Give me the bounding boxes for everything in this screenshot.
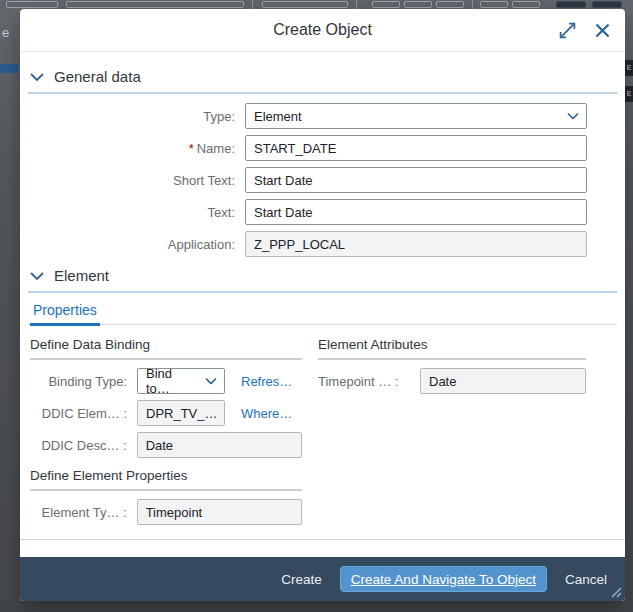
- section-element-header[interactable]: Element: [30, 267, 617, 284]
- group-underline: [30, 358, 302, 360]
- binding-type-select-value: Bind to…: [146, 366, 198, 396]
- background-list-fragment: E: [625, 60, 633, 76]
- group-underline: [30, 489, 302, 491]
- tabstrip-line: [28, 324, 617, 325]
- dialog-header: Create Object: [20, 9, 625, 52]
- form-row-text: Text:: [28, 199, 617, 225]
- section-general-data-title: General data: [54, 68, 141, 85]
- timepoint-type-field: [420, 368, 586, 394]
- create-object-dialog: Create Object Gen: [20, 9, 625, 601]
- background-toolbar-button: [404, 1, 432, 8]
- required-marker: *: [189, 141, 194, 156]
- create-button[interactable]: Create: [277, 566, 326, 592]
- text-input[interactable]: [245, 199, 587, 225]
- element-type-field: [137, 499, 302, 525]
- tab-properties[interactable]: Properties: [30, 302, 100, 326]
- application-label: Application:: [28, 237, 235, 252]
- short-text-label: Short Text:: [28, 173, 235, 188]
- background-right-strip: E E: [625, 9, 633, 601]
- ddic-element-field: [137, 400, 225, 426]
- group-underline: [318, 358, 586, 360]
- background-list-fragment: E: [625, 86, 633, 102]
- element-type-label: Element Ty… :: [30, 505, 127, 520]
- background-toolbar-button: [66, 1, 244, 8]
- background-button-fragment: [0, 64, 18, 73]
- section-underline: [28, 291, 617, 293]
- form-row-name: *Name:: [28, 135, 617, 161]
- where-used-link[interactable]: Where…: [241, 406, 292, 421]
- background-toolbar-separator: [472, 0, 473, 9]
- binding-type-select[interactable]: Bind to…: [137, 368, 225, 394]
- create-and-navigate-button[interactable]: Create And Navigate To Object: [340, 566, 547, 592]
- form-row-ddic-element: DDIC Elem… : Where…: [30, 400, 302, 426]
- expand-dialog-icon[interactable]: [559, 22, 576, 39]
- form-row-type: Type: Element: [28, 103, 617, 129]
- screen: e E E Create Object: [0, 0, 633, 612]
- background-toolbar-separator: [356, 0, 357, 9]
- section-element-title: Element: [54, 267, 109, 284]
- background-toolbar: [0, 0, 633, 9]
- section-general-data-header[interactable]: General data: [30, 68, 617, 85]
- chevron-down-icon: [205, 378, 217, 385]
- form-row-binding-type: Binding Type: Bind to… Refres…: [30, 368, 302, 394]
- resize-grip-icon[interactable]: [611, 587, 622, 598]
- name-input[interactable]: [245, 135, 587, 161]
- group-define-element-properties: Define Element Properties Element Ty… :: [30, 468, 302, 525]
- group-define-element-properties-title: Define Element Properties: [30, 468, 302, 483]
- ddic-element-label: DDIC Elem… :: [30, 406, 127, 421]
- background-toolbar-button: [436, 1, 464, 8]
- type-select-value: Element: [254, 109, 302, 124]
- content-bottom-line: [20, 539, 625, 540]
- background-toolbar-button: [6, 1, 58, 8]
- element-tabstrip: Properties: [28, 301, 617, 325]
- chevron-down-icon: [30, 73, 44, 81]
- text-label: Text:: [28, 205, 235, 220]
- section-underline: [28, 92, 617, 94]
- background-toolbar-button: [592, 1, 622, 8]
- general-data-form: Type: Element *Name:: [28, 103, 617, 257]
- chevron-down-icon: [30, 272, 44, 280]
- form-row-timepoint-type: Timepoint … :: [318, 368, 586, 394]
- dialog-header-actions: [559, 9, 611, 51]
- background-toolbar-button: [262, 1, 348, 8]
- background-toolbar-button: [480, 1, 508, 8]
- form-row-ddic-description: DDIC Desc… :: [30, 432, 302, 458]
- type-select[interactable]: Element: [245, 103, 587, 129]
- dialog-title: Create Object: [273, 21, 372, 39]
- properties-left-column: Define Data Binding Binding Type: Bind t…: [30, 337, 302, 531]
- background-toolbar-button: [556, 1, 586, 8]
- background-bottom-strip: [0, 601, 633, 612]
- dialog-content: General data Type: Element: [20, 52, 625, 557]
- close-dialog-icon[interactable]: [594, 22, 611, 39]
- type-label: Type:: [28, 109, 235, 124]
- group-define-data-binding-title: Define Data Binding: [30, 337, 302, 352]
- short-text-input[interactable]: [245, 167, 587, 193]
- group-element-attributes-title: Element Attributes: [318, 337, 586, 352]
- binding-type-label: Binding Type:: [30, 374, 127, 389]
- name-label: *Name:: [28, 141, 235, 156]
- form-row-application: Application:: [28, 231, 617, 257]
- dialog-footer: Create Create And Navigate To Object Can…: [20, 557, 625, 601]
- background-text-fragment: e: [2, 25, 9, 40]
- properties-right-column: Element Attributes Timepoint … :: [318, 337, 586, 531]
- properties-panel: Define Data Binding Binding Type: Bind t…: [30, 337, 617, 531]
- chevron-down-icon: [567, 113, 579, 120]
- background-toolbar-button: [512, 1, 540, 8]
- background-toolbar-separator: [252, 0, 253, 9]
- form-row-element-type: Element Ty… :: [30, 499, 302, 525]
- background-left-strip: e: [0, 9, 20, 601]
- cancel-button[interactable]: Cancel: [561, 566, 611, 592]
- refresh-link[interactable]: Refres…: [241, 374, 292, 389]
- form-row-short-text: Short Text:: [28, 167, 617, 193]
- background-toolbar-button: [372, 1, 400, 8]
- application-field: [245, 231, 587, 257]
- ddic-description-field: [137, 432, 302, 458]
- ddic-description-label: DDIC Desc… :: [30, 438, 127, 453]
- timepoint-type-label: Timepoint … :: [318, 374, 410, 389]
